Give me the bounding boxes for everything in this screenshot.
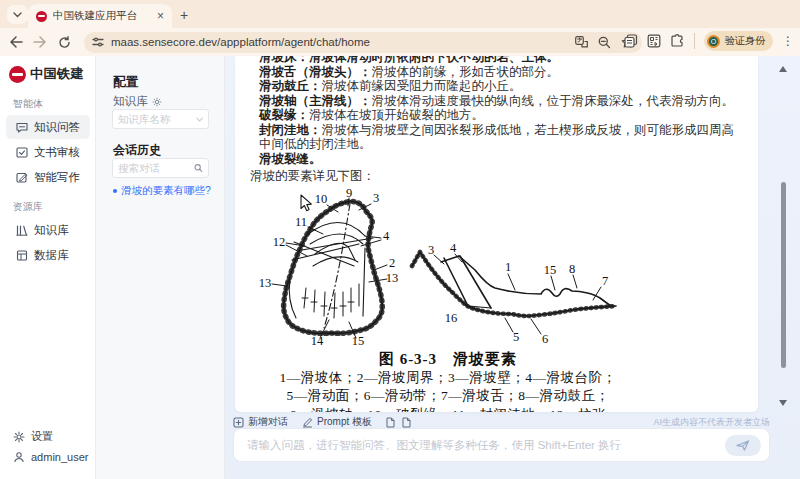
crcc-logo-icon	[9, 66, 26, 83]
sidebar-item-database[interactable]: 数据库	[6, 243, 90, 267]
chat-bubble-icon	[16, 122, 28, 133]
site-settings-icon	[92, 37, 104, 47]
app-logo: 中国铁建	[9, 65, 84, 83]
svg-text:4: 4	[450, 241, 457, 255]
message-body: 滑坡床：滑坡体滑动时所依附的下伏不动的岩、土体。 滑坡舌（滑坡头）：滑坡体的前缘…	[250, 56, 746, 412]
tab-title: 中国铁建应用平台	[53, 9, 151, 23]
svg-text:5: 5	[513, 330, 519, 344]
clipped-text-line: 滑坡床：滑坡体滑动时所依附的下伏不动的岩、土体。	[250, 56, 746, 65]
svg-text:16: 16	[445, 311, 458, 325]
svg-text:4: 4	[383, 229, 390, 243]
media-panel-icon[interactable]	[647, 34, 661, 48]
history-item[interactable]: 滑坡的要素有哪些?	[113, 184, 211, 198]
section-label-agents: 智能体	[13, 97, 43, 111]
sidebar-item-smart-writing[interactable]: 智能写作	[6, 165, 90, 189]
svg-text:10: 10	[315, 192, 328, 206]
svg-text:3: 3	[428, 243, 434, 257]
svg-text:13: 13	[259, 276, 272, 290]
definition-line: 滑坡舌（滑坡头）：滑坡体的前缘，形如舌状的部分。	[250, 65, 746, 80]
plus-square-icon	[233, 417, 244, 428]
definition-line: 滑坡裂缝。	[250, 152, 746, 167]
search-icon	[194, 163, 203, 173]
kb-select[interactable]	[112, 109, 209, 129]
reload-icon	[58, 36, 71, 49]
svg-text:12: 12	[273, 235, 286, 249]
section-body	[441, 256, 611, 308]
new-chat-button[interactable]: 新增对话	[233, 415, 288, 429]
config-panel: 配置 知识库 会话历史 滑坡的要素有哪些?	[96, 56, 225, 479]
chevron-down-icon	[13, 12, 22, 18]
svg-text:7: 7	[602, 274, 608, 288]
chevron-down-icon	[196, 117, 203, 122]
svg-text:13: 13	[386, 271, 399, 285]
section-leader-lines	[434, 254, 601, 334]
kb-select-input[interactable]	[118, 113, 196, 125]
browser-tab[interactable]: 中国铁建应用平台 ×	[28, 4, 172, 28]
definition-line: 封闭洼地：滑坡体与滑坡壁之间因张裂形成低地，若土楔形成反坡，则可能形成四周高中间…	[250, 123, 746, 152]
chat-input[interactable]	[247, 439, 725, 451]
back-button[interactable]	[4, 30, 28, 54]
ai-disclaimer: AI生成内容不代表开发者立场	[653, 416, 770, 429]
extensions-puzzle-icon[interactable]	[670, 34, 685, 48]
plan-fan-cracks	[302, 284, 359, 318]
history-search[interactable]	[112, 158, 209, 178]
file-icon[interactable]	[386, 417, 395, 428]
send-plane-icon	[736, 440, 750, 451]
translate-icon[interactable]	[575, 36, 588, 48]
forward-button[interactable]	[28, 30, 52, 54]
svg-text:14: 14	[311, 334, 324, 346]
new-tab-button[interactable]: +	[180, 7, 188, 23]
gear-icon	[13, 431, 25, 443]
sidebar-item-label: 数据库	[34, 248, 69, 263]
sidebar-item-doc-review[interactable]: 文书审核	[6, 140, 90, 164]
browser-menu-icon[interactable]: ⋮	[782, 34, 794, 48]
definition-line: 滑坡轴（主滑线）：滑坡体滑动速度最快的纵向线，位于滑床最深处，代表滑动方向。	[250, 94, 746, 109]
assistant-message-card: 滑坡床：滑坡体滑动时所依附的下伏不动的岩、土体。 滑坡舌（滑坡头）：滑坡体的前缘…	[235, 56, 758, 412]
app-window: 中国铁建 智能体 知识问答 文书审核 智能写作 资源库 知识库 数据库 设置	[0, 56, 800, 479]
tab-search-button[interactable]	[7, 5, 28, 24]
sidebar-item-label: 知识库	[34, 223, 69, 238]
svg-text:1: 1	[505, 260, 511, 274]
reload-button[interactable]	[52, 30, 76, 54]
scroll-down-arrow[interactable]	[779, 400, 787, 406]
scroll-up-arrow[interactable]	[779, 66, 787, 72]
divider	[694, 33, 695, 49]
history-search-input[interactable]	[118, 162, 191, 174]
settings-button[interactable]: 设置	[13, 429, 53, 444]
bookshelf-icon	[16, 225, 28, 236]
kb-gear-icon[interactable]	[152, 97, 162, 107]
zoom-icon[interactable]	[598, 36, 611, 49]
definition-line: 破裂缘：滑坡体在坡顶开始破裂的地方。	[250, 108, 746, 123]
definition-line: 滑动鼓丘：滑坡体前缘因受阻力而隆起的小丘。	[250, 79, 746, 94]
figure-caption-title: 图 6-3-3 滑坡要素	[248, 349, 648, 369]
tab-strip: 中国铁建应用平台 × +	[0, 0, 800, 28]
svg-text:6: 6	[542, 332, 548, 346]
svg-text:2: 2	[389, 256, 395, 270]
svg-text:11: 11	[295, 215, 307, 229]
forward-icon	[33, 36, 47, 48]
browser-chrome: 中国铁建应用平台 × + maas.sensecore.dev/appplatf…	[0, 0, 800, 56]
figure-intro: 滑坡的要素详见下图：	[250, 169, 746, 184]
pencil-icon	[302, 417, 313, 428]
sidebar-item-knowledge-base[interactable]: 知识库	[6, 218, 90, 242]
send-button[interactable]	[725, 435, 761, 456]
prompt-template-label: Prompt 模板	[317, 415, 372, 429]
avatar: O	[707, 35, 720, 48]
tab-close-icon[interactable]: ×	[157, 10, 164, 22]
browser-actions: O 验证身份 ⋮	[624, 31, 800, 51]
chat-toolbar: 新增对话 Prompt 模板 AI生成内容不代表开发者立场	[233, 415, 770, 429]
user-account[interactable]: admin_user	[13, 451, 88, 463]
sidebar-item-knowledge-qa[interactable]: 知识问答	[6, 115, 90, 139]
profile-button[interactable]: O 验证身份	[704, 31, 773, 51]
reading-list-icon[interactable]	[624, 34, 638, 48]
chat-input-box	[233, 428, 770, 462]
file-icon[interactable]	[402, 417, 411, 428]
kb-label: 知识库	[113, 94, 148, 109]
sidebar-item-label: 知识问答	[34, 120, 80, 135]
sidebar-item-label: 文书审核	[34, 145, 80, 160]
address-bar[interactable]: maas.sensecore.dev/appplatform/agent/cha…	[84, 32, 642, 53]
scrollbar-thumb[interactable]	[781, 182, 786, 368]
username: admin_user	[31, 451, 88, 463]
svg-text:3: 3	[373, 191, 379, 205]
prompt-template-button[interactable]: Prompt 模板	[302, 415, 372, 429]
